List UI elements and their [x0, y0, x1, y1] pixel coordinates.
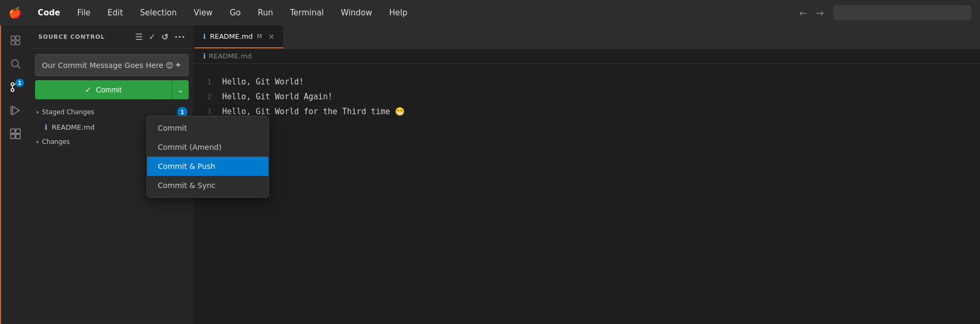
menu-go[interactable]: Go	[226, 7, 244, 19]
dropdown-item-commit-push[interactable]: Commit & Push	[147, 157, 268, 176]
svg-point-4	[12, 60, 19, 67]
svg-point-8	[11, 83, 14, 86]
main-layout: 1 SOURCE CONTROL ☰ ✓ ↺ ···	[0, 25, 980, 324]
line-number-2: 2	[195, 91, 222, 103]
dropdown-item-commit-amend[interactable]: Commit (Amend)	[147, 138, 268, 157]
code-line-1: 1 Hello, Git World!	[195, 74, 980, 89]
editor-area: ℹ README.md M ✕ ℹ README.md 1 Hello, Git…	[195, 25, 980, 324]
commit-button-row: ✓ Commit ⌄	[35, 80, 189, 99]
dropdown-item-commit[interactable]: Commit	[147, 118, 268, 138]
tab-modified-indicator: M	[257, 33, 263, 40]
activity-run[interactable]	[5, 100, 26, 121]
svg-point-6	[11, 89, 14, 92]
activity-search[interactable]	[5, 53, 26, 74]
svg-rect-2	[11, 41, 15, 45]
menu-file[interactable]: File	[74, 7, 94, 19]
changes-chevron-icon: ▾	[36, 139, 39, 145]
sidebar-title: SOURCE CONTROL	[38, 33, 105, 40]
menu-view[interactable]: View	[191, 7, 216, 19]
commit-message-input[interactable]: Our Commit Message Goes Here 😊 ✦	[35, 54, 189, 76]
svg-rect-1	[16, 36, 20, 40]
svg-line-5	[18, 66, 20, 69]
commit-main-button[interactable]: ✓ Commit	[35, 80, 172, 99]
file-info-icon: ℹ	[45, 123, 47, 131]
activity-bar: 1	[0, 25, 30, 324]
sidebar-header: SOURCE CONTROL ☰ ✓ ↺ ···	[30, 25, 194, 49]
breadcrumb: ℹ README.md	[195, 49, 980, 64]
commit-message-text: Our Commit Message Goes Here 😊	[42, 61, 173, 70]
svg-rect-13	[16, 129, 20, 133]
commit-checkmark-icon: ✓	[85, 86, 91, 94]
tab-readme[interactable]: ℹ README.md M ✕	[195, 25, 284, 48]
code-line-3: 3 Hello, Git World for the Third time 😁	[195, 104, 980, 119]
menu-run[interactable]: Run	[255, 7, 276, 19]
dropdown-chevron-icon: ⌄	[178, 86, 184, 94]
sparkle-icon: ✦	[175, 60, 182, 70]
svg-rect-0	[11, 36, 15, 40]
list-icon[interactable]: ☰	[135, 32, 143, 42]
commit-dropdown-button[interactable]: ⌄	[172, 80, 189, 99]
code-area: 1 Hello, Git World! 2 Hello, Git World A…	[195, 64, 980, 324]
forward-button[interactable]: →	[813, 6, 827, 20]
tab-bar: ℹ README.md M ✕	[195, 25, 980, 49]
checkmark-icon[interactable]: ✓	[149, 32, 156, 42]
activity-source-control[interactable]: 1	[5, 76, 26, 98]
activity-explorer[interactable]	[5, 30, 26, 51]
apple-logo-icon: 🍎	[9, 6, 22, 19]
breadcrumb-filename: README.md	[209, 52, 252, 60]
tab-close-button[interactable]: ✕	[268, 32, 275, 41]
menu-window[interactable]: Window	[337, 7, 375, 19]
commit-dropdown-menu: Commit Commit (Amend) Commit & Push Comm…	[147, 116, 269, 198]
code-line-2: 2 Hello, Git World Again!	[195, 89, 980, 104]
svg-rect-3	[16, 41, 20, 45]
menu-terminal[interactable]: Terminal	[287, 7, 327, 19]
menu-code[interactable]: Code	[35, 7, 63, 19]
line-content-3: Hello, Git World for the Third time 😁	[222, 105, 980, 118]
staged-changes-label: Staged Changes	[42, 108, 94, 116]
back-button[interactable]: ←	[796, 6, 810, 20]
refresh-icon[interactable]: ↺	[162, 32, 169, 42]
sidebar-toolbar: ☰ ✓ ↺ ···	[135, 32, 185, 42]
global-search-bar[interactable]	[833, 5, 971, 20]
svg-rect-15	[16, 134, 20, 139]
menu-edit[interactable]: Edit	[104, 7, 126, 19]
breadcrumb-info-icon: ℹ	[203, 52, 206, 60]
svg-marker-10	[13, 106, 20, 115]
line-number-1: 1	[195, 76, 222, 88]
tab-info-icon: ℹ	[203, 32, 206, 40]
tab-filename: README.md	[210, 32, 253, 40]
source-control-sidebar: SOURCE CONTROL ☰ ✓ ↺ ··· Our Commit Mess…	[30, 25, 195, 324]
svg-rect-14	[11, 134, 15, 139]
more-icon[interactable]: ···	[174, 32, 185, 42]
line-content-1: Hello, Git World!	[222, 75, 980, 88]
source-control-badge: 1	[15, 79, 24, 87]
changes-label: Changes	[42, 138, 70, 146]
activity-extensions[interactable]	[5, 123, 26, 144]
line-content-2: Hello, Git World Again!	[222, 90, 980, 103]
menu-help[interactable]: Help	[386, 7, 410, 19]
staged-chevron-icon: ▾	[36, 109, 39, 115]
svg-rect-12	[11, 129, 15, 133]
menu-selection[interactable]: Selection	[137, 7, 180, 19]
dropdown-item-commit-sync[interactable]: Commit & Sync	[147, 176, 268, 195]
file-name: README.md	[52, 123, 95, 131]
commit-button-label: Commit	[96, 86, 121, 94]
menu-bar: 🍎 Code File Edit Selection View Go Run T…	[0, 0, 980, 25]
